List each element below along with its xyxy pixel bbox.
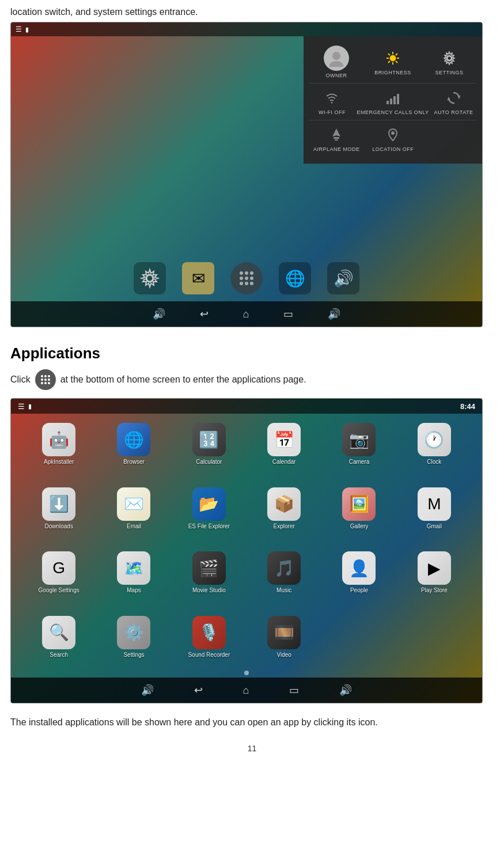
app-icon-settings: ⚙️ [117,616,150,649]
nav-bar-2: 🔊 ↩ ⌂ ▭ 🔊 [11,678,482,703]
app-item-gmail[interactable]: MGmail [398,485,471,532]
app-item-apkinstaller[interactable]: 🤖ApkInstaller [22,421,95,467]
status-time: 8:44 [460,402,475,411]
home-nav-icon[interactable]: ⌂ [243,308,249,320]
svg-point-21 [391,131,395,135]
dock-apps-icon[interactable] [230,262,263,294]
app-icon-video: 🎞️ [267,616,301,649]
app-item-maps[interactable]: 🗺️Maps [97,549,170,596]
volume2-nav-icon: 🔊 [328,308,340,320]
svg-point-30 [245,282,248,285]
svg-point-0 [332,52,340,60]
settings-icon[interactable] [439,48,459,68]
svg-point-2 [390,55,396,61]
qs-airplane[interactable]: AIRPLANE MODE [313,125,360,152]
app-icon-search: 🔍 [42,616,75,649]
nav-bar-1: 🔊 ↩ ⌂ ▭ 🔊 [11,301,482,327]
qs-autorotate[interactable]: AUTO ROTATE [431,88,477,115]
app-name-play-store: Play Store [421,587,448,593]
dock-settings-icon[interactable] [134,262,166,294]
qs-autorotate-label: AUTO ROTATE [434,109,473,115]
brightness-icon[interactable] [383,48,403,68]
page-dot-area [11,671,482,675]
app-item-settings[interactable]: ⚙️Settings [97,614,170,660]
svg-point-12 [331,102,333,104]
app-item-movie-studio[interactable]: 🎬Movie Studio [173,549,245,596]
app-item-es-file-explorer[interactable]: 📂ES File Explorer [173,485,245,532]
svg-rect-20 [335,139,338,141]
dock-speaker-icon[interactable]: 🔊 [327,262,359,294]
home-nav-icon-2[interactable]: ⌂ [243,684,249,697]
svg-point-31 [250,282,253,285]
svg-point-34 [48,375,50,377]
app-item-google-settings[interactable]: GGoogle Settings [22,549,95,596]
qs-emergency-label: EMERGENCY CALLS ONLY [357,109,429,115]
recents-nav-icon[interactable]: ▭ [283,308,293,320]
dock-browser-icon[interactable]: 🌐 [279,262,311,294]
app-name-calendar: Calendar [272,459,296,465]
app-icon-maps: 🗺️ [117,551,150,585]
volume-nav-icon: 🔊 [153,308,165,320]
airplane-icon[interactable] [327,125,346,145]
qs-wifi[interactable]: WI-FI OFF [309,88,355,115]
app-name-gmail: Gmail [427,523,442,529]
app-name-browser: Browser [123,459,145,465]
app-item-calculator[interactable]: 🔢Calculator [173,421,245,467]
wifi-icon[interactable] [322,88,342,108]
section-desc-after: at the bottom of home screen to enter th… [60,374,306,385]
app-icon-calculator: 🔢 [192,423,226,456]
app-item-video[interactable]: 🎞️Video [248,614,320,660]
signal-icon[interactable] [383,88,403,108]
svg-marker-17 [457,96,461,98]
qs-settings[interactable]: SETTINGS [426,48,472,75]
qs-owner: OWNER [313,46,359,78]
qs-row-2: WI-FI OFF EMERGENCY CALLS ONLY [304,85,482,119]
qs-emergency[interactable]: EMERGENCY CALLS ONLY [357,88,429,115]
autorotate-icon[interactable] [444,88,464,108]
qs-brightness-label: BRIGHTNESS [374,70,411,75]
location-icon[interactable] [383,125,403,145]
section-desc-before: Click [10,374,31,385]
app-icon-movie-studio: 🎬 [192,551,226,585]
svg-point-23 [240,271,243,275]
svg-point-32 [41,375,43,377]
app-item-downloads[interactable]: ⬇️Downloads [22,485,95,532]
svg-rect-19 [334,137,339,139]
app-item-browser[interactable]: 🌐Browser [97,421,170,467]
app-icon-play-store: ▶ [418,551,451,585]
svg-point-39 [44,382,47,384]
app-item-calendar[interactable]: 📅Calendar [248,421,320,467]
app-item-camera[interactable]: 📷Camera [323,421,395,467]
app-item-email[interactable]: ✉️Email [97,485,170,532]
volume-nav-icon-2: 🔊 [141,684,154,697]
qs-brightness[interactable]: BRIGHTNESS [370,48,416,75]
volume2-nav-icon-2: 🔊 [339,684,352,697]
apps-grid: 🤖ApkInstaller🌐Browser🔢Calculator📅Calenda… [11,414,482,678]
app-item-gallery[interactable]: 🖼️Gallery [323,485,395,532]
app-icon-music: 🎵 [267,551,301,585]
app-name-gallery: Gallery [350,523,369,529]
app-name-movie-studio: Movie Studio [192,587,226,593]
recents-nav-icon-2[interactable]: ▭ [289,684,299,697]
app-name-apkinstaller: ApkInstaller [44,459,74,465]
back-nav-icon[interactable]: ↩ [200,308,209,320]
qs-avatar [324,46,349,71]
app-item-people[interactable]: 👤People [323,549,395,596]
app-item-music[interactable]: 🎵Music [248,549,320,596]
back-nav-icon-2[interactable]: ↩ [194,684,203,697]
wifi-status-icon: ☰ [16,25,22,33]
app-item-play-store[interactable]: ▶Play Store [398,549,471,596]
app-icon-gallery: 🖼️ [342,487,376,521]
status-wifi-icon: ☰ [18,402,25,411]
app-name-calculator: Calculator [196,459,222,465]
svg-point-22 [146,275,153,282]
qs-location[interactable]: LOCATION OFF [370,125,416,152]
status-bat-icon: ▮ [28,403,32,410]
dock-email-icon[interactable]: ✉ [182,262,214,294]
app-name-sound-recorder: Sound Recorder [188,652,230,658]
app-item-clock[interactable]: 🕐Clock [398,421,471,467]
app-item-explorer[interactable]: 📦Explorer [248,485,320,532]
svg-point-35 [41,379,43,381]
app-item-search[interactable]: 🔍Search [22,614,95,660]
app-item-sound-recorder[interactable]: 🎙️Sound Recorder [173,614,245,660]
